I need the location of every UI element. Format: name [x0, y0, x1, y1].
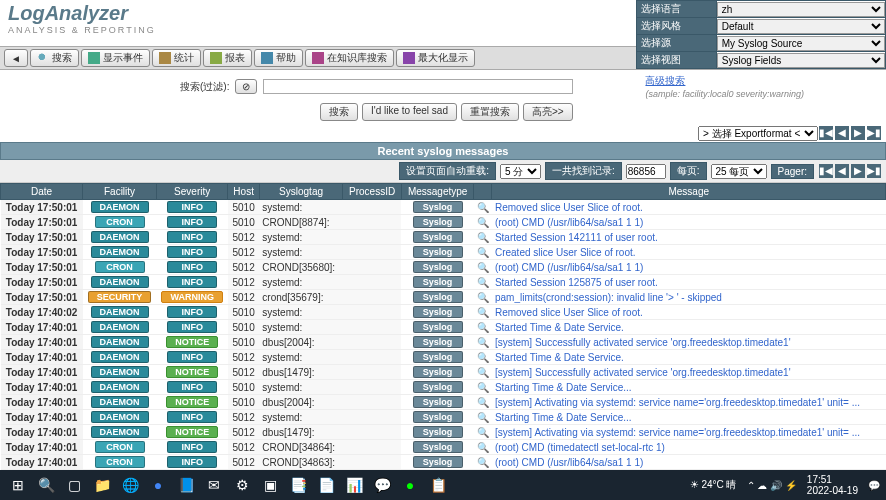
facility-badge[interactable]: DAEMON: [91, 321, 149, 333]
app-icon-8[interactable]: ●: [398, 473, 422, 497]
table-row[interactable]: Today 17:50:01 DAEMON INFO 5010 systemd:…: [1, 200, 886, 215]
col-7[interactable]: [474, 184, 492, 200]
app-icon-9[interactable]: 📋: [426, 473, 450, 497]
msg-detail-icon[interactable]: 🔍: [474, 275, 492, 290]
severity-badge[interactable]: WARNING: [161, 291, 223, 303]
feel-sad-button[interactable]: I'd like to feel sad: [362, 103, 457, 121]
msgtype-badge[interactable]: Syslog: [413, 351, 463, 363]
facility-badge[interactable]: DAEMON: [91, 426, 149, 438]
table-row[interactable]: Today 17:50:01 SECURITY WARNING 5012 cro…: [1, 290, 886, 305]
search-input[interactable]: [263, 79, 573, 94]
msgtype-badge[interactable]: Syslog: [413, 216, 463, 228]
col-2[interactable]: Severity: [156, 184, 228, 200]
col-8[interactable]: Message: [492, 184, 886, 200]
col-0[interactable]: Date: [1, 184, 83, 200]
severity-badge[interactable]: INFO: [167, 456, 217, 468]
severity-badge[interactable]: INFO: [167, 381, 217, 393]
facility-badge[interactable]: DAEMON: [91, 351, 149, 363]
msgtype-badge[interactable]: Syslog: [413, 456, 463, 468]
col-5[interactable]: ProcessID: [343, 184, 401, 200]
search-clear-button[interactable]: ⊘: [235, 79, 257, 94]
msg-detail-icon[interactable]: 🔍: [474, 260, 492, 275]
reset-search-button[interactable]: 重置搜索: [461, 103, 519, 121]
toolbar-search-button[interactable]: 搜索: [30, 49, 79, 67]
facility-badge[interactable]: DAEMON: [91, 201, 149, 213]
facility-badge[interactable]: DAEMON: [91, 306, 149, 318]
msgtype-badge[interactable]: Syslog: [413, 321, 463, 333]
toolbar-stat-button[interactable]: 统计: [152, 49, 201, 67]
msg-detail-icon[interactable]: 🔍: [474, 290, 492, 305]
facility-badge[interactable]: SECURITY: [88, 291, 152, 303]
msg-detail-icon[interactable]: 🔍: [474, 440, 492, 455]
col-3[interactable]: Host: [228, 184, 259, 200]
toolbar-kb-button[interactable]: 在知识库搜索: [305, 49, 394, 67]
weather-widget[interactable]: ☀ 24°C 晴: [690, 478, 737, 492]
msgtype-badge[interactable]: Syslog: [413, 291, 463, 303]
severity-badge[interactable]: INFO: [167, 246, 217, 258]
table-row[interactable]: Today 17:50:01 DAEMON INFO 5012 systemd:…: [1, 245, 886, 260]
start-button[interactable]: ⊞: [6, 473, 30, 497]
msgtype-badge[interactable]: Syslog: [413, 441, 463, 453]
facility-badge[interactable]: DAEMON: [91, 411, 149, 423]
app-icon-5[interactable]: 📄: [314, 473, 338, 497]
highlight-button[interactable]: 高亮>>: [523, 103, 573, 121]
chrome-icon[interactable]: ●: [146, 473, 170, 497]
msgtype-badge[interactable]: Syslog: [413, 426, 463, 438]
table-row[interactable]: Today 17:40:01 DAEMON NOTICE 5012 dbus[1…: [1, 365, 886, 380]
facility-badge[interactable]: DAEMON: [91, 396, 149, 408]
app-icon-6[interactable]: 📊: [342, 473, 366, 497]
facility-badge[interactable]: DAEMON: [91, 381, 149, 393]
table-row[interactable]: Today 17:40:01 DAEMON INFO 5012 systemd:…: [1, 350, 886, 365]
severity-badge[interactable]: NOTICE: [166, 336, 218, 348]
facility-badge[interactable]: DAEMON: [91, 276, 149, 288]
severity-badge[interactable]: INFO: [167, 306, 217, 318]
notifications-icon[interactable]: 💬: [868, 480, 880, 491]
facility-badge[interactable]: CRON: [95, 216, 145, 228]
table-row[interactable]: Today 17:40:01 CRON INFO 5012 CROND[3486…: [1, 440, 886, 455]
taskbar-search-icon[interactable]: 🔍: [34, 473, 58, 497]
clock[interactable]: 17:512022-04-19: [807, 474, 858, 496]
msg-detail-icon[interactable]: 🔍: [474, 350, 492, 365]
toolbar-prev-button[interactable]: ◄: [4, 49, 28, 67]
lang-select-1[interactable]: Default: [717, 19, 885, 34]
severity-badge[interactable]: INFO: [167, 216, 217, 228]
app-icon-3[interactable]: ⚙: [230, 473, 254, 497]
tray-icons[interactable]: ⌃ ☁ 🔊 ⚡: [747, 480, 797, 491]
per-page-select[interactable]: 25 每页: [711, 164, 767, 179]
msg-detail-icon[interactable]: 🔍: [474, 380, 492, 395]
severity-badge[interactable]: INFO: [167, 261, 217, 273]
severity-badge[interactable]: INFO: [167, 441, 217, 453]
msg-detail-icon[interactable]: 🔍: [474, 335, 492, 350]
msg-detail-icon[interactable]: 🔍: [474, 305, 492, 320]
msg-detail-icon[interactable]: 🔍: [474, 320, 492, 335]
severity-badge[interactable]: NOTICE: [166, 366, 218, 378]
toolbar-max-button[interactable]: 最大化显示: [396, 49, 475, 67]
facility-badge[interactable]: DAEMON: [91, 231, 149, 243]
table-row[interactable]: Today 17:40:01 DAEMON INFO 5010 systemd:…: [1, 380, 886, 395]
table-row[interactable]: Today 17:40:01 DAEMON NOTICE 5012 dbus[1…: [1, 425, 886, 440]
terminal-icon[interactable]: ▣: [258, 473, 282, 497]
facility-badge[interactable]: CRON: [95, 441, 145, 453]
table-row[interactable]: Today 17:50:01 CRON INFO 5012 CROND[3568…: [1, 260, 886, 275]
edge-icon[interactable]: 🌐: [118, 473, 142, 497]
severity-badge[interactable]: NOTICE: [166, 396, 218, 408]
msgtype-badge[interactable]: Syslog: [413, 411, 463, 423]
lang-select-0[interactable]: zh: [717, 2, 885, 17]
msg-detail-icon[interactable]: 🔍: [474, 215, 492, 230]
msg-detail-icon[interactable]: 🔍: [474, 200, 492, 215]
severity-badge[interactable]: INFO: [167, 231, 217, 243]
lang-select-2[interactable]: My Syslog Source: [717, 36, 885, 51]
msgtype-badge[interactable]: Syslog: [413, 336, 463, 348]
facility-badge[interactable]: CRON: [95, 456, 145, 468]
severity-badge[interactable]: INFO: [167, 201, 217, 213]
app-icon-7[interactable]: 💬: [370, 473, 394, 497]
msg-detail-icon[interactable]: 🔍: [474, 245, 492, 260]
toolbar-show-button[interactable]: 显示事件: [81, 49, 150, 67]
msg-detail-icon[interactable]: 🔍: [474, 410, 492, 425]
table-row[interactable]: Today 17:50:01 DAEMON INFO 5012 systemd:…: [1, 230, 886, 245]
msgtype-badge[interactable]: Syslog: [413, 366, 463, 378]
app-icon-4[interactable]: 📑: [286, 473, 310, 497]
pager-arrows[interactable]: ▮◀◀▶▶▮: [818, 164, 882, 178]
advanced-search-link[interactable]: 高级搜索: [645, 74, 804, 88]
msgtype-badge[interactable]: Syslog: [413, 201, 463, 213]
